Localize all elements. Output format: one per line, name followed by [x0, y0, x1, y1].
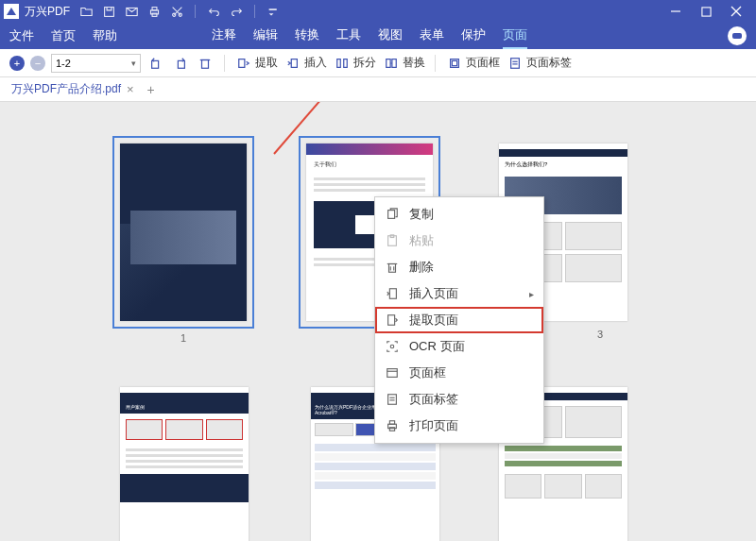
- ocr-icon: [385, 339, 400, 354]
- svg-rect-4: [152, 13, 157, 16]
- menu-tools[interactable]: 工具: [336, 23, 361, 49]
- brand-icon[interactable]: [728, 26, 747, 45]
- separator: [435, 55, 436, 72]
- page-range-input[interactable]: 1-2: [51, 54, 141, 73]
- tab-add-button[interactable]: +: [147, 82, 155, 97]
- menu-file[interactable]: 文件: [9, 27, 34, 44]
- open-folder-icon[interactable]: [79, 5, 93, 18]
- svg-rect-7: [268, 8, 276, 10]
- ctx-page-label[interactable]: 页面标签: [375, 386, 543, 413]
- ctx-print-page[interactable]: 打印页面: [375, 413, 543, 439]
- svg-rect-20: [387, 59, 390, 67]
- maximize-button[interactable]: [699, 5, 713, 18]
- menu-convert[interactable]: 转换: [295, 23, 319, 49]
- copy-icon: [385, 207, 400, 222]
- ctx-page-box[interactable]: 页面框: [375, 360, 543, 386]
- extract-icon: [234, 54, 253, 73]
- svg-rect-40: [388, 395, 397, 405]
- menu-page[interactable]: 页面: [503, 23, 527, 49]
- titlebar: 万兴PDF: [0, 0, 756, 23]
- svg-rect-44: [389, 421, 394, 425]
- ctx-extract-page-label: 提取页面: [409, 312, 458, 329]
- menu-form[interactable]: 表单: [420, 23, 444, 49]
- extract-label: 提取: [255, 55, 278, 71]
- pagelabel-icon: [506, 54, 524, 73]
- tab-label: 万兴PDF产品介绍.pdf: [11, 81, 121, 97]
- svg-rect-16: [239, 59, 245, 67]
- page-label-icon: [385, 392, 400, 407]
- separator: [254, 5, 255, 18]
- svg-rect-21: [392, 59, 396, 67]
- page-number-1: 1: [112, 332, 254, 344]
- print-page-icon: [385, 418, 400, 433]
- rotate-right-icon[interactable]: [171, 54, 190, 73]
- menu-edit[interactable]: 编辑: [253, 23, 278, 49]
- svg-rect-9: [701, 7, 710, 15]
- menu-protect[interactable]: 保护: [461, 23, 486, 49]
- tab-close-button[interactable]: ×: [127, 82, 134, 96]
- menu-home[interactable]: 首页: [51, 27, 76, 44]
- pagelabel-button[interactable]: 页面标签: [506, 54, 572, 73]
- toolbar: + − 1-2 提取 插入 拆分 替换 页面框 页面标签: [0, 49, 756, 77]
- svg-rect-18: [337, 59, 341, 67]
- ctx-print-page-label: 打印页面: [409, 417, 458, 434]
- print-icon[interactable]: [147, 5, 161, 18]
- menubar: 文件 首页 帮助 注释 编辑 转换 工具 视图 表单 保护 页面: [0, 23, 756, 49]
- close-button[interactable]: [730, 5, 743, 18]
- svg-rect-17: [291, 59, 297, 67]
- split-button[interactable]: 拆分: [333, 54, 376, 73]
- extract-button[interactable]: 提取: [234, 54, 278, 73]
- ctx-extract-page[interactable]: 提取页面: [375, 307, 543, 333]
- ctx-copy-label: 复制: [409, 206, 434, 223]
- menu-help[interactable]: 帮助: [93, 27, 117, 44]
- svg-rect-14: [202, 59, 209, 68]
- ctx-page-box-label: 页面框: [409, 364, 446, 381]
- document-tab[interactable]: 万兴PDF产品介绍.pdf ×: [4, 77, 142, 101]
- separator: [195, 5, 196, 18]
- replace-button[interactable]: 替换: [382, 54, 425, 73]
- insert-icon: [284, 54, 302, 73]
- insert-button[interactable]: 插入: [284, 54, 327, 73]
- ctx-ocr-page[interactable]: OCR 页面: [375, 333, 543, 360]
- save-icon[interactable]: [102, 5, 115, 18]
- svg-rect-24: [511, 58, 520, 68]
- zoom-out-button[interactable]: −: [30, 56, 45, 71]
- svg-rect-19: [344, 59, 348, 67]
- redo-icon[interactable]: [230, 5, 243, 18]
- zoom-in-button[interactable]: +: [9, 56, 25, 71]
- context-menu: 复制 粘贴 删除 插入页面 ▸ 提取页面 OCR 页面 页面框 页: [374, 196, 544, 444]
- undo-icon[interactable]: [207, 5, 220, 18]
- split-label: 拆分: [353, 55, 376, 71]
- ctx-insert-page[interactable]: 插入页面 ▸: [375, 280, 543, 307]
- svg-rect-23: [452, 60, 456, 65]
- insert-page-icon: [385, 286, 400, 301]
- mail-icon[interactable]: [125, 5, 138, 18]
- pagebox-label: 页面框: [466, 55, 500, 71]
- cut-icon[interactable]: [170, 5, 183, 18]
- ctx-copy[interactable]: 复制: [375, 201, 543, 228]
- svg-rect-12: [152, 60, 159, 68]
- page-thumbnail-1[interactable]: [120, 144, 247, 321]
- menu-annotate[interactable]: 注释: [212, 23, 236, 49]
- page-thumbnail-4[interactable]: 用户案例: [120, 387, 249, 541]
- svg-rect-38: [387, 369, 398, 378]
- svg-rect-45: [389, 428, 394, 431]
- separator: [224, 55, 225, 72]
- minimize-button[interactable]: [669, 5, 682, 18]
- pagebox-button[interactable]: 页面框: [445, 54, 500, 73]
- svg-rect-28: [388, 211, 395, 219]
- ctx-paste: 粘贴: [375, 228, 543, 254]
- page-range-value: 1-2: [56, 58, 71, 69]
- svg-rect-0: [104, 7, 113, 16]
- app-logo-icon: [4, 4, 19, 19]
- ctx-ocr-page-label: OCR 页面: [409, 338, 465, 355]
- rotate-left-icon[interactable]: [146, 54, 165, 73]
- delete-page-icon[interactable]: [196, 54, 215, 73]
- more-icon[interactable]: [266, 5, 280, 18]
- menu-view[interactable]: 视图: [378, 23, 403, 49]
- page-thumbnails-area: 1 关于我们 为什么选择我们? 3 用户案例 为什么说万兴PDF适合企业用户—对…: [0, 102, 756, 541]
- trash-icon: [385, 260, 400, 275]
- ctx-delete[interactable]: 删除: [375, 254, 543, 280]
- split-icon: [333, 54, 352, 73]
- ctx-paste-label: 粘贴: [409, 232, 434, 249]
